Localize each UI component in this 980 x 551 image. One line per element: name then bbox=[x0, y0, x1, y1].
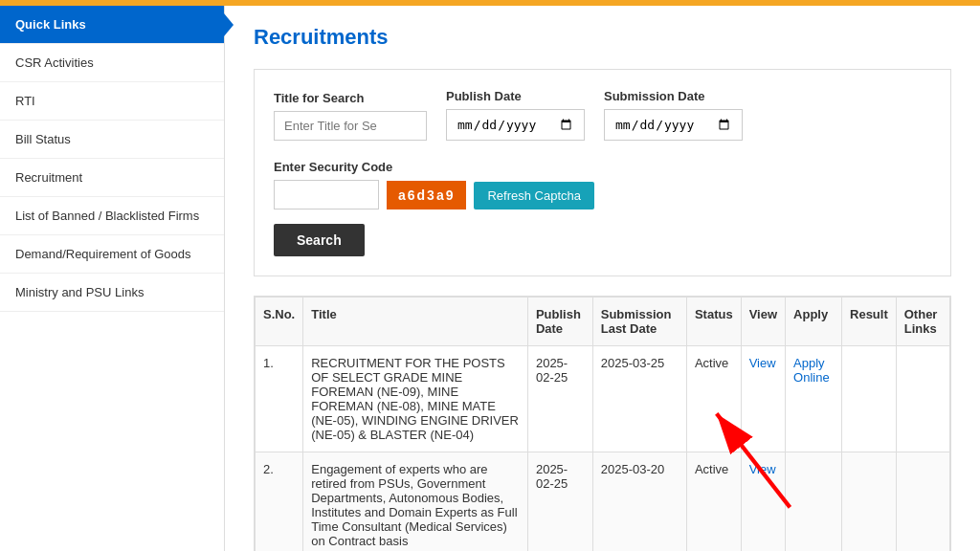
main-content: Recruitments Title for Search Publish Da… bbox=[225, 6, 980, 551]
col-submission-last-date: Submission Last Date bbox=[592, 298, 686, 346]
search-button[interactable]: Search bbox=[274, 224, 365, 256]
title-search-label: Title for Search bbox=[274, 91, 427, 105]
cell-publish-date: 2025-02-25 bbox=[527, 452, 592, 552]
cell-sno: 1. bbox=[256, 346, 303, 452]
captcha-code: a6d3a9 bbox=[387, 181, 466, 209]
sidebar-item-bill-status[interactable]: Bill Status bbox=[0, 121, 224, 159]
col-title: Title bbox=[303, 298, 528, 346]
cell-apply[interactable]: Apply Online bbox=[786, 346, 842, 452]
cell-result bbox=[842, 346, 897, 452]
refresh-captcha-button[interactable]: Refresh Captcha bbox=[474, 182, 594, 209]
search-btn-row: Search bbox=[274, 224, 931, 256]
cell-submission-last-date: 2025-03-20 bbox=[592, 452, 686, 552]
submission-date-input[interactable] bbox=[604, 109, 743, 141]
cell-title: Engagement of experts who are retired fr… bbox=[303, 452, 528, 552]
title-search-group: Title for Search bbox=[274, 91, 427, 141]
col-view: View bbox=[741, 298, 785, 346]
sidebar: Quick Links CSR Activities RTI Bill Stat… bbox=[0, 6, 225, 551]
cell-view[interactable]: View bbox=[741, 452, 785, 552]
cell-title: RECRUITMENT FOR THE POSTS OF SELECT GRAD… bbox=[303, 346, 528, 452]
table-container: S.No. Title Publish Date Submission Last… bbox=[254, 296, 951, 551]
sidebar-item-ministry-psu[interactable]: Ministry and PSU Links bbox=[0, 274, 224, 312]
cell-apply-link[interactable]: Apply Online bbox=[793, 356, 830, 385]
publish-date-group: Publish Date bbox=[446, 89, 585, 141]
form-row: Title for Search Publish Date Submission… bbox=[274, 89, 931, 209]
publish-date-input[interactable] bbox=[446, 109, 585, 141]
sidebar-item-recruitment[interactable]: Recruitment bbox=[0, 159, 224, 197]
security-code-input[interactable] bbox=[274, 180, 379, 209]
col-status: Status bbox=[686, 298, 741, 346]
table-row: 2.Engagement of experts who are retired … bbox=[256, 452, 950, 552]
cell-view-link[interactable]: View bbox=[749, 462, 776, 476]
cell-submission-last-date: 2025-03-25 bbox=[592, 346, 686, 452]
cell-sno: 2. bbox=[256, 452, 303, 552]
table-header-row: S.No. Title Publish Date Submission Last… bbox=[256, 298, 950, 346]
sidebar-item-rti[interactable]: RTI bbox=[0, 82, 224, 121]
col-sno: S.No. bbox=[256, 298, 303, 346]
cell-apply bbox=[786, 452, 842, 552]
col-apply: Apply bbox=[786, 298, 842, 346]
page-title: Recruitments bbox=[254, 25, 951, 50]
table-row: 1.RECRUITMENT FOR THE POSTS OF SELECT GR… bbox=[256, 346, 950, 452]
sidebar-item-banned-firms[interactable]: List of Banned / Blacklisted Firms bbox=[0, 197, 224, 235]
recruitments-table: S.No. Title Publish Date Submission Last… bbox=[255, 297, 950, 551]
col-result: Result bbox=[842, 298, 897, 346]
layout: Quick Links CSR Activities RTI Bill Stat… bbox=[0, 6, 980, 551]
col-other-links: Other Links bbox=[896, 298, 949, 346]
cell-other-links bbox=[896, 452, 949, 552]
title-search-input[interactable] bbox=[274, 111, 427, 141]
cell-view-link[interactable]: View bbox=[749, 356, 776, 370]
submission-date-group: Submission Date bbox=[604, 89, 743, 141]
sidebar-item-demand-goods[interactable]: Demand/Requirement of Goods bbox=[0, 235, 224, 274]
security-code-group: Enter Security Code a6d3a9 Refresh Captc… bbox=[274, 160, 594, 209]
cell-publish-date: 2025-02-25 bbox=[527, 346, 592, 452]
cell-other-links bbox=[896, 346, 949, 452]
sidebar-item-csr-activities[interactable]: CSR Activities bbox=[0, 44, 224, 82]
security-code-label: Enter Security Code bbox=[274, 160, 594, 174]
submission-date-label: Submission Date bbox=[604, 89, 743, 103]
sidebar-item-quick-links[interactable]: Quick Links bbox=[0, 6, 224, 44]
cell-status: Active bbox=[686, 346, 741, 452]
search-form: Title for Search Publish Date Submission… bbox=[254, 69, 951, 276]
cell-status: Active bbox=[686, 452, 741, 552]
publish-date-label: Publish Date bbox=[446, 89, 585, 103]
cell-result bbox=[842, 452, 897, 552]
captcha-group: a6d3a9 Refresh Captcha bbox=[274, 180, 594, 209]
col-publish-date: Publish Date bbox=[527, 298, 592, 346]
cell-view[interactable]: View bbox=[741, 346, 785, 452]
